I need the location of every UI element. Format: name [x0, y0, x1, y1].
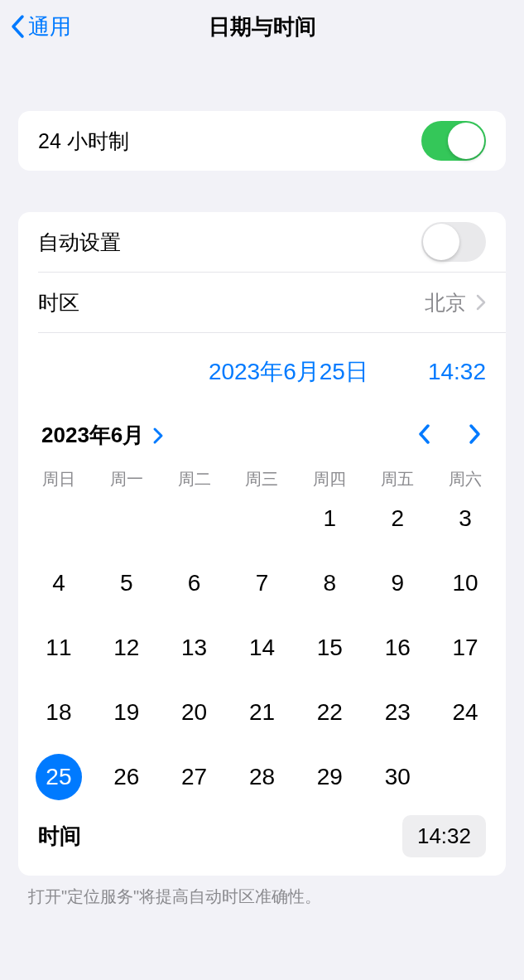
calendar-day[interactable]: 9 — [363, 558, 431, 608]
chevron-left-icon — [416, 422, 431, 446]
weekday-label: 周六 — [431, 468, 499, 490]
calendar-empty-cell — [228, 494, 296, 543]
calendar-day-number: 19 — [103, 689, 150, 736]
calendar-day-number: 10 — [442, 560, 488, 606]
datetime-summary: 2023年6月25日 14:32 — [18, 333, 506, 403]
calendar-day-number: 23 — [374, 689, 421, 736]
calendar-day-number: 24 — [442, 689, 488, 736]
calendar-empty-cell — [93, 494, 161, 543]
calendar-day[interactable]: 4 — [25, 558, 93, 608]
timezone-value: 北京 — [425, 289, 466, 316]
weekday-label: 周三 — [228, 468, 296, 490]
chevron-right-icon — [468, 422, 483, 446]
calendar-day-number: 22 — [306, 689, 353, 736]
calendar-day[interactable]: 5 — [93, 558, 161, 608]
calendar-day[interactable]: 10 — [431, 558, 499, 608]
calendar-day[interactable]: 15 — [296, 623, 363, 673]
calendar-day[interactable]: 6 — [161, 558, 228, 608]
chevron-right-icon — [476, 294, 486, 311]
calendar-day[interactable]: 26 — [93, 752, 161, 802]
calendar-day-number: 4 — [36, 560, 82, 606]
calendar-month-label: 2023年6月 — [41, 421, 144, 450]
calendar-day-number: 6 — [171, 560, 218, 606]
time-format-row: 24 小时制 — [18, 111, 506, 171]
calendar-day-number: 20 — [171, 689, 218, 736]
calendar-day[interactable]: 28 — [228, 752, 296, 802]
calendar-day[interactable]: 23 — [363, 688, 431, 737]
calendar-day[interactable]: 27 — [161, 752, 228, 802]
calendar-day[interactable]: 13 — [161, 623, 228, 673]
weekday-label: 周四 — [296, 468, 363, 490]
toggle-knob — [423, 224, 459, 260]
chevron-left-icon — [10, 14, 25, 39]
timezone-label: 时区 — [38, 289, 79, 316]
weekday-label: 周一 — [93, 468, 161, 490]
auto-set-label: 自动设置 — [38, 229, 121, 256]
calendar-day[interactable]: 11 — [25, 623, 93, 673]
calendar-prev-button[interactable] — [416, 422, 431, 449]
weekday-label: 周五 — [363, 468, 431, 490]
weekday-label: 周二 — [161, 468, 228, 490]
back-label: 通用 — [28, 12, 71, 41]
calendar-day[interactable]: 21 — [228, 688, 296, 737]
calendar-day-number: 28 — [238, 754, 285, 800]
back-button[interactable]: 通用 — [10, 12, 71, 41]
calendar-day[interactable]: 12 — [93, 623, 161, 673]
calendar-day-number: 18 — [36, 689, 82, 736]
calendar-day[interactable]: 20 — [161, 688, 228, 737]
toggle-knob — [448, 123, 484, 159]
calendar-day-number: 15 — [306, 625, 353, 671]
time-row: 时间 14:32 — [18, 809, 506, 876]
selected-time-display[interactable]: 14:32 — [428, 359, 486, 385]
calendar-day-number: 25 — [36, 754, 82, 800]
calendar-empty-cell — [161, 494, 228, 543]
calendar-day[interactable]: 22 — [296, 688, 363, 737]
calendar-day-number: 27 — [171, 754, 218, 800]
calendar-day-number: 3 — [442, 495, 488, 542]
calendar-day[interactable]: 29 — [296, 752, 363, 802]
time-format-label: 24 小时制 — [38, 128, 129, 155]
time-label: 时间 — [38, 822, 81, 851]
calendar-day-number: 2 — [374, 495, 421, 542]
calendar-day[interactable]: 24 — [431, 688, 499, 737]
calendar-day-number: 30 — [374, 754, 421, 800]
weekday-label: 周日 — [25, 468, 93, 490]
calendar-empty-cell — [25, 494, 93, 543]
calendar-day-number: 29 — [306, 754, 353, 800]
calendar-day[interactable]: 14 — [228, 623, 296, 673]
calendar-day[interactable]: 19 — [93, 688, 161, 737]
calendar-day-number: 26 — [103, 754, 150, 800]
calendar-day[interactable]: 1 — [296, 494, 363, 543]
calendar-day-number: 9 — [374, 560, 421, 606]
calendar-day-number: 12 — [103, 625, 150, 671]
calendar-month-button[interactable]: 2023年6月 — [41, 421, 164, 450]
footer-note: 打开"定位服务"将提高自动时区准确性。 — [0, 876, 524, 918]
calendar-day-number: 8 — [306, 560, 353, 606]
calendar-day[interactable]: 30 — [363, 752, 431, 802]
calendar-day-number: 11 — [36, 625, 82, 671]
chevron-right-icon — [152, 427, 164, 445]
calendar-day-number: 17 — [442, 625, 488, 671]
calendar-day-number: 7 — [238, 560, 285, 606]
calendar-day-number: 16 — [374, 625, 421, 671]
timezone-row[interactable]: 时区 北京 — [18, 273, 506, 332]
calendar-day[interactable]: 3 — [431, 494, 499, 543]
time-format-toggle[interactable] — [421, 121, 486, 161]
auto-set-toggle[interactable] — [421, 222, 486, 262]
calendar-day-number: 1 — [306, 495, 353, 542]
selected-date-display[interactable]: 2023年6月25日 — [209, 356, 368, 388]
calendar-next-button[interactable] — [468, 422, 483, 449]
calendar-day[interactable]: 8 — [296, 558, 363, 608]
calendar-day[interactable]: 7 — [228, 558, 296, 608]
calendar-day-number: 5 — [103, 560, 150, 606]
time-picker[interactable]: 14:32 — [402, 815, 486, 857]
calendar-day-number: 14 — [238, 625, 285, 671]
page-title: 日期与时间 — [209, 12, 316, 41]
auto-set-row: 自动设置 — [18, 212, 506, 272]
calendar-day[interactable]: 16 — [363, 623, 431, 673]
calendar-day[interactable]: 2 — [363, 494, 431, 543]
calendar-day[interactable]: 18 — [25, 688, 93, 737]
calendar-day[interactable]: 25 — [25, 752, 93, 802]
calendar-day-number: 13 — [171, 625, 218, 671]
calendar-day[interactable]: 17 — [431, 623, 499, 673]
